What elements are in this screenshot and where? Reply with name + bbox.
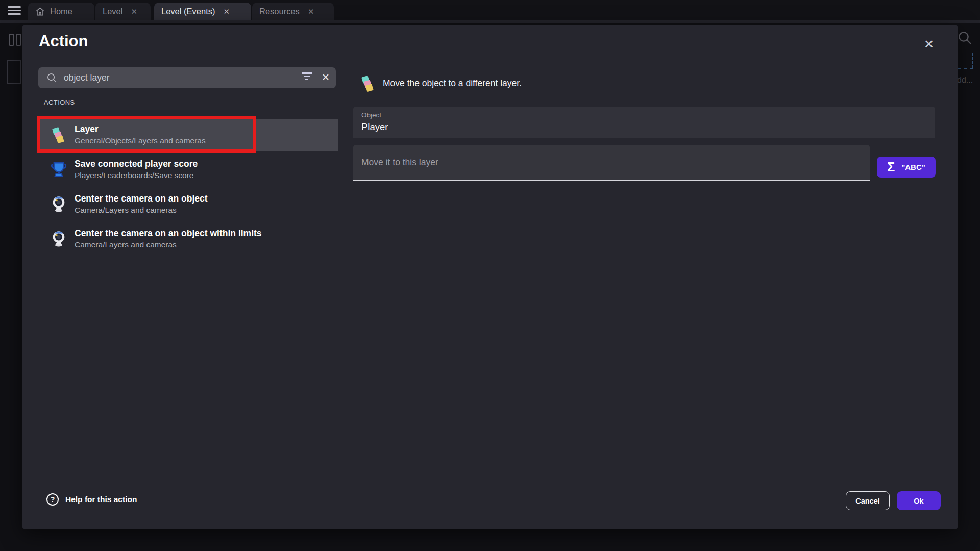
action-title: Center the camera on an object [75,193,208,204]
help-label: Help for this action [65,495,137,504]
search-icon [46,72,58,84]
sigma-icon: Σ [887,161,895,173]
help-icon: ? [46,493,59,506]
panel-divider [339,67,339,472]
action-title: Center the camera on an object within li… [75,228,262,239]
trophy-icon [50,161,67,178]
action-title: Layer [75,124,206,135]
action-dialog: Action ✕ ✕ ACTIONS La [22,25,958,529]
action-list-item-layer[interactable]: Layer General/Objects/Layers and cameras [39,119,338,151]
cancel-button[interactable]: Cancel [846,491,890,510]
action-title: Save connected player score [75,159,198,169]
action-list-item-center-camera-limits[interactable]: Center the camera on an object within li… [39,223,338,255]
expression-button-label: "ABC" [901,163,925,171]
layer-input[interactable] [361,145,856,180]
search-input[interactable] [64,67,304,88]
expression-editor-button[interactable]: Σ "ABC" [877,157,936,178]
ok-button[interactable]: Ok [897,491,941,510]
action-list-item-save-score[interactable]: Save connected player score Players/Lead… [39,154,338,185]
object-field-label: Object [361,111,381,119]
help-link[interactable]: ? Help for this action [46,493,137,506]
action-path: Players/Leaderboards/Save score [75,171,198,180]
gdevelop-editor-screen: Home Level ✕ Level (Events) ✕ Resources … [0,0,980,551]
filter-icon[interactable] [301,72,312,83]
action-path: Camera/Layers and cameras [75,206,208,215]
layer-field [353,145,870,181]
actions-section-header: ACTIONS [44,98,75,106]
action-list-item-center-camera[interactable]: Center the camera on an object Camera/La… [39,188,338,220]
dialog-close-icon[interactable]: ✕ [921,36,937,53]
action-description: Move the object to a different layer. [383,78,522,89]
webcam-icon [50,230,67,247]
action-search-bar: ✕ [38,67,336,88]
clear-search-icon[interactable]: ✕ [322,71,330,83]
layers-icon [50,126,67,143]
object-field-value: Player [361,121,388,133]
layers-icon [359,74,377,92]
action-path: General/Objects/Layers and cameras [75,136,206,145]
webcam-icon [50,195,67,213]
dialog-title: Action [39,32,88,51]
action-path: Camera/Layers and cameras [75,240,262,249]
object-field[interactable]: Object Player [353,107,935,138]
